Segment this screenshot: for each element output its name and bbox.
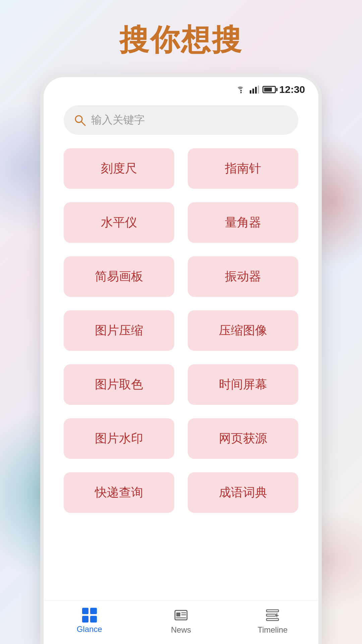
nav-label-timeline: Timeline — [257, 625, 288, 635]
tool-button[interactable]: 简易画板 — [64, 256, 174, 297]
search-area: 输入关键字 — [44, 99, 318, 145]
nav-item-glance[interactable]: Glance — [44, 607, 135, 634]
tool-button[interactable]: 成语词典 — [188, 472, 298, 513]
svg-rect-3 — [255, 87, 257, 94]
svg-rect-14 — [266, 619, 279, 621]
svg-rect-13 — [266, 614, 276, 616]
tools-row: 刻度尺指南针 — [64, 148, 298, 189]
tool-button[interactable]: 指南针 — [188, 148, 298, 189]
tool-button[interactable]: 快递查询 — [64, 472, 174, 513]
search-box[interactable]: 输入关键字 — [64, 105, 298, 135]
svg-rect-4 — [258, 86, 259, 94]
tool-button[interactable]: 图片压缩 — [64, 310, 174, 351]
svg-point-0 — [240, 92, 242, 93]
nav-item-timeline[interactable]: Timeline — [227, 607, 318, 634]
tools-row: 图片取色时间屏幕 — [64, 364, 298, 405]
tool-button[interactable]: 量角器 — [188, 202, 298, 243]
tool-button[interactable]: 压缩图像 — [188, 310, 298, 351]
tools-row: 图片压缩压缩图像 — [64, 310, 298, 351]
search-icon — [74, 114, 86, 126]
battery-icon — [262, 86, 276, 93]
tool-button[interactable]: 网页获源 — [188, 418, 298, 459]
svg-rect-8 — [176, 612, 180, 616]
svg-rect-1 — [250, 90, 251, 94]
status-bar: 12:30 — [44, 77, 318, 99]
timeline-icon — [264, 607, 281, 623]
svg-rect-12 — [266, 610, 279, 612]
nav-label-news: News — [171, 625, 191, 635]
glance-icon — [81, 607, 98, 623]
news-icon — [172, 607, 190, 623]
tool-button[interactable]: 振动器 — [188, 256, 298, 297]
tools-row: 水平仪量角器 — [64, 202, 298, 243]
phone-screen: 12:30 输入关键字 刻度尺指南针水平仪量角器简易画板振动器图片压缩压缩图像图… — [44, 77, 318, 644]
wifi-icon — [236, 86, 246, 94]
tool-button[interactable]: 图片水印 — [64, 418, 174, 459]
status-time: 12:30 — [279, 84, 305, 95]
tools-row: 快递查询成语词典 — [64, 472, 298, 513]
tool-button[interactable]: 图片取色 — [64, 364, 174, 405]
tool-button[interactable]: 刻度尺 — [64, 148, 174, 189]
status-icons: 12:30 — [236, 84, 305, 95]
page-title: 搜你想搜 — [0, 20, 362, 60]
nav-label-glance: Glance — [77, 625, 102, 634]
tools-grid: 刻度尺指南针水平仪量角器简易画板振动器图片压缩压缩图像图片取色时间屏幕图片水印网… — [44, 145, 318, 600]
signal-icon — [250, 86, 259, 94]
phone-frame: 12:30 输入关键字 刻度尺指南针水平仪量角器简易画板振动器图片压缩压缩图像图… — [40, 74, 322, 644]
nav-item-news[interactable]: News — [135, 607, 227, 634]
svg-line-6 — [81, 122, 85, 125]
search-placeholder: 输入关键字 — [91, 113, 145, 127]
svg-rect-2 — [252, 89, 254, 94]
tool-button[interactable]: 时间屏幕 — [188, 364, 298, 405]
tools-row: 图片水印网页获源 — [64, 418, 298, 459]
tool-button[interactable]: 水平仪 — [64, 202, 174, 243]
tools-row: 简易画板振动器 — [64, 256, 298, 297]
bottom-nav: Glance News — [44, 600, 318, 644]
